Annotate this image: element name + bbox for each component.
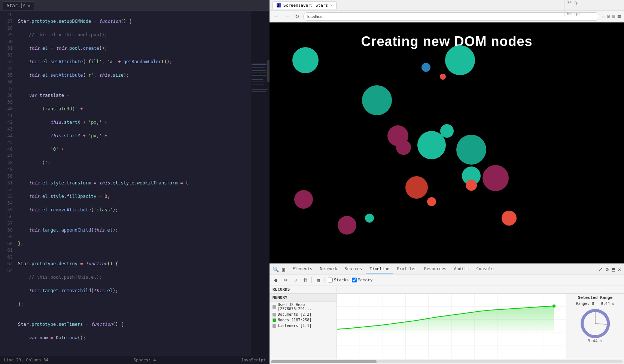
devtools-main: RECORDS 2000 ms 4000 ms 6000 ms 8000 ms … (270, 285, 624, 364)
memory-row-listeners: Listeners [1:1] (270, 323, 337, 328)
timeline-scrollbar[interactable] (270, 359, 624, 364)
svg-rect-3 (252, 70, 266, 71)
browser-viewport: Creating new DOM nodes (270, 22, 624, 263)
memory-left-panel: MEMORY Used JS Heap [2578676:291... Docu… (270, 294, 337, 359)
devtools-tabs: 🔍 ▣ Elements Network Sources Timeline Pr… (270, 264, 624, 275)
tab-profiles[interactable]: Profiles (393, 265, 420, 273)
selected-range-panel: Selected Range Range: 0 – 9.44 s 9.44 s (566, 294, 624, 359)
minimap (251, 11, 270, 356)
browser-tab-label: Screensaver: Stars (283, 3, 328, 8)
toolbar-divider (311, 277, 312, 283)
svg-rect-10 (252, 91, 266, 92)
svg-point-26 (553, 305, 555, 308)
close-devtools-icon[interactable]: ✕ (617, 266, 622, 273)
animation-circle (483, 165, 509, 191)
settings-icon[interactable]: ⚙ (605, 266, 609, 273)
record-button[interactable]: ● (273, 277, 279, 284)
chart-button[interactable]: ▦ (315, 277, 322, 284)
animation-circle (405, 176, 428, 199)
browser-tab-icon: B (277, 3, 281, 7)
filter-button[interactable]: ⊟ (292, 277, 299, 284)
animation-circle (294, 190, 313, 209)
animation-circle (502, 211, 517, 226)
scroll-thumb[interactable] (271, 360, 377, 363)
chart-area (337, 294, 566, 359)
animation-area: Creating new DOM nodes (270, 22, 624, 263)
listeners-color-box (273, 324, 276, 328)
browser-tab-close[interactable]: × (330, 3, 332, 7)
svg-rect-8 (252, 85, 264, 85)
editor-tab-close[interactable]: × (28, 4, 30, 8)
devtools-left-icons: 🔍 ▣ (272, 266, 286, 273)
stacks-checkbox-label[interactable]: Stacks (328, 278, 349, 282)
listeners-label: Listeners [1:1] (278, 324, 311, 328)
address-bar[interactable] (303, 12, 599, 21)
timeline-area: RECORDS 2000 ms 4000 ms 6000 ms 8000 ms … (270, 285, 624, 364)
animation-circle (292, 47, 319, 73)
stacks-label: Stacks (334, 278, 349, 282)
timeline-content: MEMORY Used JS Heap [2578676:291... Docu… (270, 294, 624, 359)
heap-color-box (273, 305, 276, 309)
animation-circle (456, 135, 486, 165)
editor-tab[interactable]: Star.js × (3, 1, 34, 10)
page-title: Creating new DOM nodes (270, 22, 624, 49)
browser-tab[interactable]: B Screensaver: Stars × (273, 1, 337, 9)
animation-circle (440, 74, 446, 80)
stacks-checkbox[interactable] (328, 278, 333, 282)
svg-rect-1 (252, 64, 267, 65)
nodes-color-box (273, 318, 276, 322)
memory-row-nodes: Nodes [187:258] (270, 317, 337, 323)
svg-rect-4 (252, 73, 267, 73)
code-content[interactable]: Star.prototype.setupDOMNode = function()… (15, 11, 251, 356)
svg-rect-7 (252, 82, 265, 82)
browser-back-button[interactable]: ← (273, 13, 281, 20)
inspect-icon[interactable]: 🔍 (272, 266, 280, 273)
line-numbers: 2627282930 3132333435 3637383940 4142434… (0, 11, 15, 356)
svg-rect-0 (251, 11, 270, 348)
timeline-header: RECORDS 2000 ms 4000 ms 6000 ms 8000 ms … (270, 285, 624, 294)
tab-network[interactable]: Network (316, 265, 341, 273)
memory-checkbox[interactable] (352, 278, 357, 282)
scroll-track[interactable] (271, 360, 623, 363)
tab-audits[interactable]: Audits (450, 265, 473, 273)
memory-label-toolbar: Memory (358, 278, 373, 282)
memory-chart-svg (337, 294, 566, 359)
editor-panel: Star.js × 2627282930 3132333435 36373839… (0, 0, 270, 364)
statusbar: Line 29, Column 34 Spaces: 4 JavaScript (0, 356, 270, 364)
heap-label: Used JS Heap [2578676:291... (278, 303, 334, 311)
svg-rect-9 (252, 89, 268, 90)
animation-circle (427, 197, 436, 206)
tab-elements[interactable]: Elements (289, 265, 316, 273)
devtools-toolbar: ● ⊘ ⊟ 🗑 ▦ Stacks Memory (270, 275, 624, 285)
browser-reload-button[interactable]: ↻ (293, 13, 301, 20)
dock-icon[interactable]: ⬒ (611, 266, 615, 273)
tab-timeline[interactable]: Timeline (366, 265, 393, 273)
trash-button[interactable]: 🗑 (302, 277, 308, 284)
mobile-icon[interactable]: ▣ (281, 266, 286, 273)
clear-recording-button[interactable]: ⊘ (282, 277, 289, 284)
memory-row-docs: Documents [2:2] (270, 312, 337, 317)
docs-color-box (273, 313, 276, 316)
selected-range-value: Range: 0 – 9.44 s (576, 302, 614, 306)
animation-circle (362, 85, 392, 115)
tab-console[interactable]: Console (472, 265, 497, 273)
editor-titlebar: Star.js × (0, 0, 270, 11)
tab-sources[interactable]: Sources (341, 265, 366, 273)
selected-range-label: Selected Range (578, 295, 613, 300)
code-area: 2627282930 3132333435 3637383940 4142434… (0, 11, 270, 356)
browser-forward-button[interactable]: → (283, 13, 291, 20)
range-time-value: 9.44 s (588, 339, 603, 343)
svg-line-29 (595, 324, 607, 324)
animation-circle (466, 180, 477, 191)
animation-circle (440, 124, 454, 138)
range-pie-chart (580, 309, 610, 339)
editor-language: JavaScript (241, 358, 266, 363)
records-label: RECORDS (270, 287, 337, 292)
svg-rect-6 (252, 79, 263, 80)
expand-icon[interactable]: ⤢ (597, 266, 603, 273)
toolbar-divider-2 (325, 277, 325, 283)
tab-resources[interactable]: Resources (420, 265, 450, 273)
nodes-label: Nodes [187:258] (278, 318, 311, 322)
memory-checkbox-label[interactable]: Memory (352, 278, 373, 282)
editor-position: Line 29, Column 34 (4, 358, 48, 363)
